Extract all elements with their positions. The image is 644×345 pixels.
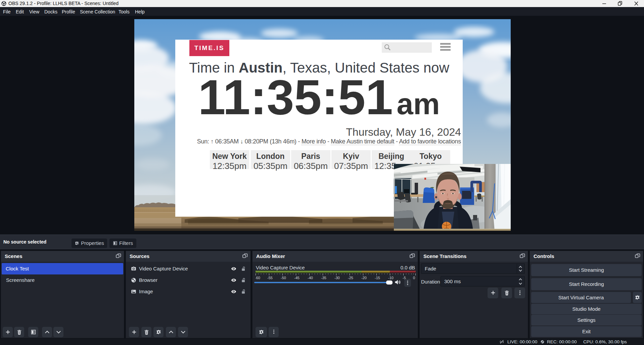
svg-text:-40: -40 (308, 276, 313, 279)
svg-text:-25: -25 (348, 276, 353, 279)
svg-text:-30: -30 (334, 276, 340, 279)
svg-text:-35: -35 (321, 276, 326, 279)
svg-text:-50: -50 (281, 276, 286, 279)
svg-text:-15: -15 (375, 276, 380, 279)
svg-text:-10: -10 (388, 276, 394, 279)
svg-text:0: 0 (413, 276, 415, 279)
svg-text:-20: -20 (361, 276, 367, 279)
svg-text:-60: -60 (256, 276, 260, 279)
svg-text:-45: -45 (294, 276, 300, 279)
svg-text:-55: -55 (267, 276, 273, 279)
